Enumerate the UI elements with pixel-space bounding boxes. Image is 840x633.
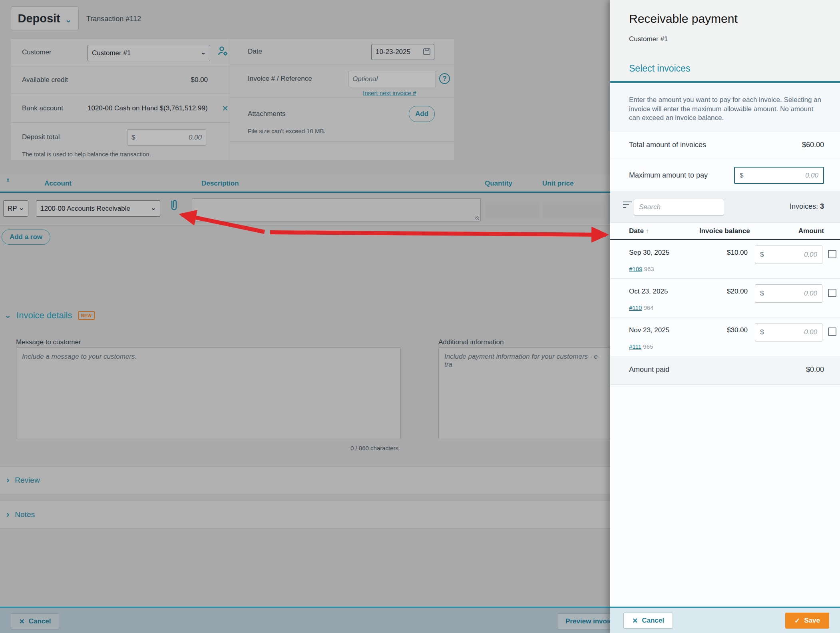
total-invoices-label: Total amount of invoices bbox=[629, 141, 706, 149]
instructions-band: Enter the amount you want to pay for eac… bbox=[610, 84, 840, 132]
invoice-amount-input[interactable] bbox=[764, 328, 817, 336]
character-count: 0 / 860 characters bbox=[350, 445, 398, 451]
cancel-button[interactable]: ✕ Cancel bbox=[11, 613, 59, 629]
column-header-account: Account bbox=[44, 180, 72, 188]
new-badge: NEW bbox=[78, 311, 95, 320]
calendar-icon[interactable] bbox=[423, 47, 431, 57]
date-label: Date bbox=[248, 48, 262, 56]
amount-paid-value: $0.00 bbox=[806, 365, 824, 374]
paperclip-icon[interactable] bbox=[169, 199, 179, 214]
deposit-total-label: Deposit total bbox=[22, 133, 60, 141]
attachments-note: File size can't exceed 10 MB. bbox=[248, 128, 326, 134]
date-field[interactable]: 10-23-2025 bbox=[371, 44, 434, 60]
transaction-type-dropdown[interactable]: Deposit ⌄ bbox=[11, 6, 79, 30]
add-row-button[interactable]: Add a row bbox=[2, 230, 50, 245]
invoice-date: Sep 30, 2025 bbox=[629, 249, 669, 257]
invoice-reference-input[interactable] bbox=[352, 75, 432, 83]
attachments-row: Attachments Add File size can't exceed 1… bbox=[230, 98, 454, 142]
customer-select[interactable]: Customer #1 ⌄ bbox=[88, 45, 210, 61]
invoice-number: #110 964 bbox=[629, 304, 653, 311]
deposit-total-row: Deposit total $ The total is used to hel… bbox=[11, 123, 230, 160]
invoices-count-label: Invoices: bbox=[790, 202, 818, 210]
column-header-description: Description bbox=[201, 180, 239, 188]
column-header-date[interactable]: Date ↑ bbox=[629, 227, 649, 235]
message-to-customer-textarea[interactable] bbox=[16, 347, 401, 439]
currency-prefix: $ bbox=[760, 328, 764, 336]
unit-price-input-disabled bbox=[542, 202, 605, 219]
customer-select-value: Customer #1 bbox=[88, 49, 201, 57]
chevron-down-icon: ⌄ bbox=[5, 311, 11, 320]
filter-icon[interactable] bbox=[623, 202, 632, 209]
available-credit-label: Available credit bbox=[22, 76, 68, 84]
insert-next-invoice-link[interactable]: Insert next invoice # bbox=[363, 90, 416, 96]
panel-title: Receivable payment bbox=[629, 12, 738, 26]
panel-cancel-button[interactable]: ✕ Cancel bbox=[623, 613, 673, 629]
amount-paid-row: Amount paid $0.00 bbox=[610, 356, 840, 385]
invoice-date: Nov 23, 2025 bbox=[629, 326, 669, 334]
description-textarea[interactable] bbox=[192, 198, 481, 222]
tab-select-invoices[interactable]: Select invoices bbox=[629, 63, 690, 74]
maximum-amount-input[interactable] bbox=[743, 172, 818, 180]
chevron-up-icon: ⌃ bbox=[6, 179, 10, 186]
quantity-input-disabled bbox=[485, 202, 539, 219]
save-button[interactable]: ✓ Save bbox=[785, 613, 829, 629]
attachments-label: Attachments bbox=[248, 110, 286, 118]
invoices-count: Invoices: 3 bbox=[790, 202, 824, 211]
deposit-total-input[interactable] bbox=[135, 134, 202, 142]
transaction-type-label: Deposit bbox=[18, 12, 60, 25]
resize-handle[interactable] bbox=[475, 216, 479, 220]
invoice-checkbox[interactable] bbox=[828, 250, 836, 258]
invoice-reference-field[interactable] bbox=[348, 71, 436, 87]
deposit-total-field[interactable]: $ bbox=[127, 129, 206, 146]
invoice-amount-field[interactable]: $ bbox=[755, 246, 822, 264]
available-credit-value: $0.00 bbox=[191, 76, 208, 84]
customer-settings-icon[interactable] bbox=[217, 45, 229, 59]
row-type-value: RP bbox=[4, 205, 19, 213]
invoice-amount-input[interactable] bbox=[764, 251, 817, 259]
invoice-checkbox[interactable] bbox=[828, 289, 836, 297]
close-icon: ✕ bbox=[632, 617, 638, 625]
maximum-amount-field[interactable]: $ bbox=[734, 167, 824, 184]
column-header-unit-price: Unit price bbox=[542, 180, 573, 188]
customer-label: Customer bbox=[22, 48, 52, 56]
currency-prefix: $ bbox=[760, 290, 764, 298]
invoice-number-link[interactable]: #109 bbox=[629, 266, 642, 272]
invoice-amount-field[interactable]: $ bbox=[755, 323, 822, 341]
row-type-select[interactable]: RP ⌄ bbox=[3, 200, 28, 217]
invoice-details-header[interactable]: ⌄ Invoice details NEW bbox=[5, 310, 95, 321]
invoice-checkbox[interactable] bbox=[828, 327, 836, 336]
additional-information-textarea[interactable] bbox=[438, 347, 610, 439]
divider bbox=[610, 159, 840, 159]
total-invoices-value: $60.00 bbox=[802, 141, 824, 149]
invoice-number-suffix: 964 bbox=[643, 304, 653, 311]
maximum-amount-label: Maximum amount to pay bbox=[629, 171, 708, 180]
line-items-header: ⌄ ⌃ Account Description Quantity Unit pr… bbox=[0, 175, 610, 193]
column-header-quantity: Quantity bbox=[485, 180, 512, 188]
chevron-down-icon: ⌄ bbox=[201, 49, 210, 58]
search-input[interactable] bbox=[634, 199, 724, 216]
review-section-header[interactable]: › Review bbox=[0, 466, 610, 494]
message-to-customer-label: Message to customer bbox=[16, 338, 81, 346]
date-value: 10-23-2025 bbox=[372, 48, 423, 56]
invoice-number-link[interactable]: #110 bbox=[629, 304, 642, 311]
add-attachment-button[interactable]: Add bbox=[409, 106, 435, 122]
help-icon[interactable]: ? bbox=[439, 73, 450, 84]
preview-label: Preview invoice bbox=[565, 617, 617, 625]
account-select[interactable]: 1200-00 Accounts Receivable ⌄ bbox=[36, 200, 160, 217]
review-section-title: Review bbox=[15, 476, 40, 485]
date-row: Date 10-23-2025 bbox=[230, 39, 454, 64]
invoice-amount-input[interactable] bbox=[764, 290, 817, 298]
collapse-rows-icon[interactable]: ⌄ ⌃ bbox=[6, 176, 10, 185]
invoice-date: Oct 23, 2025 bbox=[629, 288, 668, 296]
invoice-row: Oct 23, 2025 $20.00 $ #110 964 bbox=[610, 279, 840, 317]
invoice-number: #109 963 bbox=[629, 266, 654, 272]
invoice-amount-field[interactable]: $ bbox=[755, 284, 822, 303]
cancel-label: Cancel bbox=[29, 617, 51, 625]
column-header-invoice-balance: Invoice balance bbox=[699, 227, 750, 235]
bank-account-label: Bank account bbox=[22, 104, 63, 112]
bank-account-row: Bank account 1020-00 Cash on Hand $(3,76… bbox=[11, 94, 230, 123]
clear-bank-account-icon[interactable]: ✕ bbox=[222, 104, 229, 113]
invoices-count-value: 3 bbox=[820, 202, 824, 210]
invoice-number-link[interactable]: #111 bbox=[629, 343, 641, 350]
notes-section-header[interactable]: › Notes bbox=[0, 501, 610, 529]
